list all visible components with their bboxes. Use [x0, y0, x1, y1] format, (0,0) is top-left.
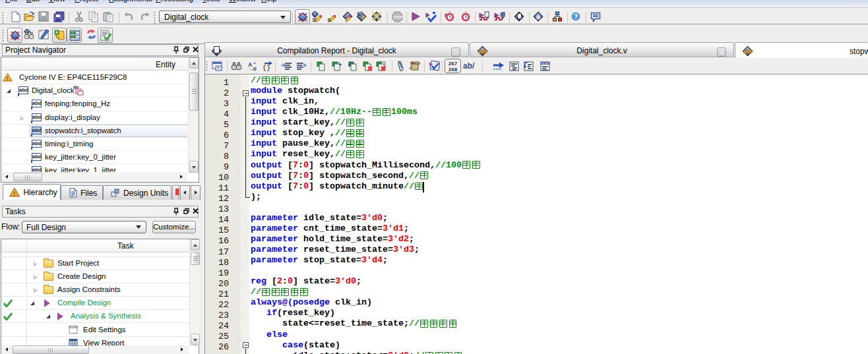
svg-text:B: B: [253, 67, 257, 71]
svg-text:STOP: STOP: [393, 15, 403, 19]
svg-text:{}: {}: [263, 65, 270, 72]
svg-text:A: A: [248, 61, 253, 68]
svg-text:D: D: [358, 13, 361, 16]
svg-text:?: ?: [574, 13, 578, 20]
